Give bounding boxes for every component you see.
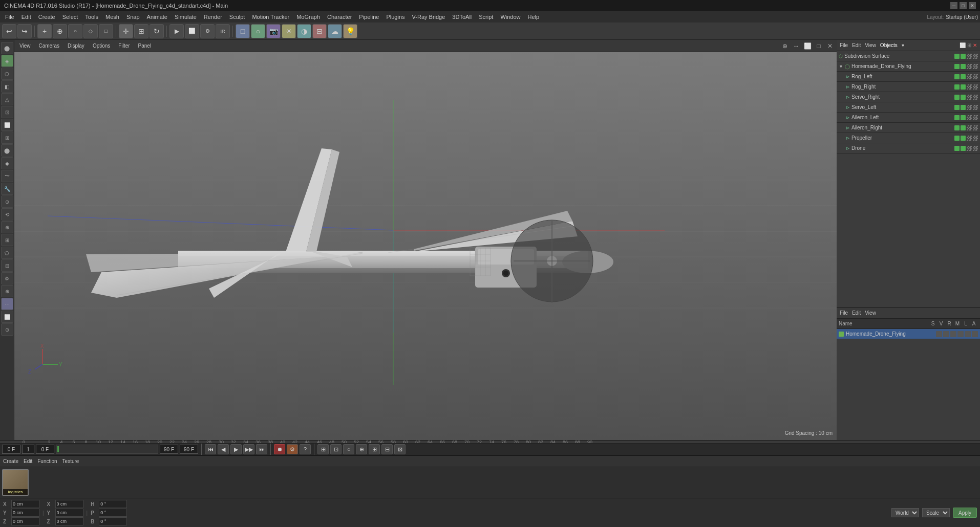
apply-button[interactable]: Apply <box>953 508 977 518</box>
vp-options-menu[interactable]: Options <box>90 42 113 50</box>
menu-animate[interactable]: Animate <box>144 13 171 21</box>
obj-subdivision-surface[interactable]: ⬡ Subdivision Surface <box>837 51 980 61</box>
render-settings-button[interactable]: ⚙ <box>200 24 215 38</box>
attrib-drone-item[interactable]: Homemade_Drone_Flying <box>837 329 980 339</box>
edges-mode-button[interactable]: ◇ <box>83 24 98 38</box>
vp-view-menu[interactable]: View <box>16 42 34 50</box>
tool-17[interactable]: ⬠ <box>1 247 13 259</box>
vp-icon-2[interactable]: ↔ <box>792 41 801 51</box>
obj-servo-left[interactable]: ⊳ Servo_Left <box>837 102 980 113</box>
prev-frame-button[interactable]: ◀ <box>218 444 229 454</box>
attrib-v-dot[interactable] <box>943 331 949 337</box>
tool-11[interactable]: 〜 <box>1 170 13 182</box>
attrib-edit-tab[interactable]: Edit <box>852 310 861 316</box>
x-pos-input[interactable] <box>11 500 39 508</box>
go-to-end-button[interactable]: ⏭ <box>256 444 267 454</box>
tool-8[interactable]: ⊞ <box>1 131 13 144</box>
redo-button[interactable]: ↪ <box>17 24 32 38</box>
view-tab[interactable]: View <box>865 42 876 48</box>
panel-icon-1[interactable]: ⬜ <box>960 42 966 48</box>
close-button[interactable]: ✕ <box>969 2 976 9</box>
tool-13[interactable]: ⊙ <box>1 195 13 208</box>
z-pos-input[interactable] <box>11 517 39 525</box>
obj-checker-dot[interactable] <box>967 54 972 59</box>
y2-input[interactable] <box>55 509 83 517</box>
tool-22[interactable]: ⬜ <box>1 311 13 323</box>
play-forward-button[interactable]: ▶ <box>230 444 242 454</box>
scale-tool-button[interactable]: ⊞ <box>134 24 148 38</box>
menu-simulate[interactable]: Simulate <box>172 13 200 21</box>
vp-maximize-button[interactable]: □ <box>814 41 823 51</box>
obj-aileron-right[interactable]: ⊳ Aileron_Right <box>837 123 980 133</box>
points-mode-button[interactable]: ○ <box>68 24 82 38</box>
maximize-button[interactable]: □ <box>960 2 967 9</box>
sky-button[interactable]: ☁ <box>328 24 342 38</box>
tool-12[interactable]: 🔧 <box>1 183 13 195</box>
obj-servo-right[interactable]: ⊳ Servo_Right <box>837 92 980 102</box>
extra-btn-1[interactable]: ⊡ <box>330 444 342 454</box>
model-mode-button[interactable]: + <box>37 24 52 38</box>
obj-checker-dot-2[interactable] <box>973 54 978 59</box>
menu-select[interactable]: Select <box>59 13 81 21</box>
end-frame-input[interactable] <box>160 445 178 454</box>
vp-display-menu[interactable]: Display <box>65 42 88 50</box>
tool-7[interactable]: ⬜ <box>1 119 13 131</box>
obj-rog-right[interactable]: ⊳ Rog_Right <box>837 82 980 92</box>
tool-15[interactable]: ⊕ <box>1 221 13 233</box>
menu-3dtoall[interactable]: 3DToAll <box>449 13 475 21</box>
scale-dropdown[interactable]: Scale <box>922 508 950 517</box>
lamp-button[interactable]: 💡 <box>343 24 357 38</box>
menu-edit[interactable]: Edit <box>18 13 34 21</box>
obj-drone-root[interactable]: ▼ ◯ Homemade_Drone_Flying <box>837 61 980 72</box>
floor-button[interactable]: ⊟ <box>312 24 327 38</box>
obj-aileron-left[interactable]: ⊳ Aileron_Left <box>837 113 980 123</box>
obj-render-dot[interactable] <box>961 54 966 59</box>
p-input[interactable] <box>99 509 127 517</box>
move-tool-button[interactable]: ✛ <box>119 24 133 38</box>
menu-motion-tracker[interactable]: Motion Tracker <box>249 13 292 21</box>
obj-rog-left[interactable]: ⊳ Rog_Left <box>837 72 980 82</box>
next-frame-button[interactable]: ▶▶ <box>243 444 254 454</box>
current-frame-input[interactable] <box>2 445 20 454</box>
ir-button[interactable]: IR <box>216 24 230 38</box>
menu-tools[interactable]: Tools <box>82 13 101 21</box>
tool-5[interactable]: △ <box>1 93 13 105</box>
auto-key-button[interactable]: ⚙ <box>287 444 298 454</box>
extra-btn-6[interactable]: ⊠ <box>394 444 406 454</box>
edit-tab[interactable]: Edit <box>852 42 861 48</box>
undo-button[interactable]: ↩ <box>2 24 16 38</box>
render-to-pr-button[interactable]: ⬜ <box>185 24 199 38</box>
menu-mesh[interactable]: Mesh <box>102 13 122 21</box>
extra-btn-4[interactable]: ⊞ <box>369 444 380 454</box>
tool-16[interactable]: ⊞ <box>1 234 13 246</box>
panel-close[interactable]: ✕ <box>973 42 977 48</box>
tool-18[interactable]: ⊟ <box>1 259 13 272</box>
menu-plugins[interactable]: Plugins <box>383 13 408 21</box>
h-input[interactable] <box>99 500 127 508</box>
vp-panel-menu[interactable]: Panel <box>135 42 155 50</box>
menu-character[interactable]: Character <box>324 13 355 21</box>
attrib-view-tab[interactable]: View <box>865 310 876 316</box>
attrib-l-dot[interactable] <box>965 331 971 337</box>
tool-select[interactable]: ⬤ <box>1 42 13 54</box>
end-frame-display[interactable] <box>180 445 198 454</box>
menu-create[interactable]: Create <box>35 13 58 21</box>
obj-visible-dot[interactable] <box>954 54 960 59</box>
object-axis-button[interactable]: ⊕ <box>53 24 67 38</box>
tool-23[interactable]: ⊙ <box>1 323 13 336</box>
record-button[interactable]: ⏺ <box>274 444 285 454</box>
rotate-tool-button[interactable]: ↻ <box>150 24 164 38</box>
extra-btn-2[interactable]: ○ <box>343 444 354 454</box>
minimize-button[interactable]: ─ <box>950 2 957 9</box>
material-function-menu[interactable]: Function <box>37 458 57 464</box>
menu-mograph[interactable]: MoGraph <box>293 13 323 21</box>
vp-filter-menu[interactable]: Filter <box>115 42 133 50</box>
render-active-button[interactable]: ▶ <box>169 24 184 38</box>
tool-10[interactable]: ◆ <box>1 157 13 169</box>
attrib-file-tab[interactable]: File <box>840 310 848 316</box>
start-frame-input[interactable] <box>22 445 34 454</box>
world-dropdown[interactable]: World <box>891 508 919 517</box>
menu-sculpt[interactable]: Sculpt <box>226 13 248 21</box>
tool-19[interactable]: ⚙ <box>1 272 13 284</box>
x2-input[interactable] <box>55 500 83 508</box>
